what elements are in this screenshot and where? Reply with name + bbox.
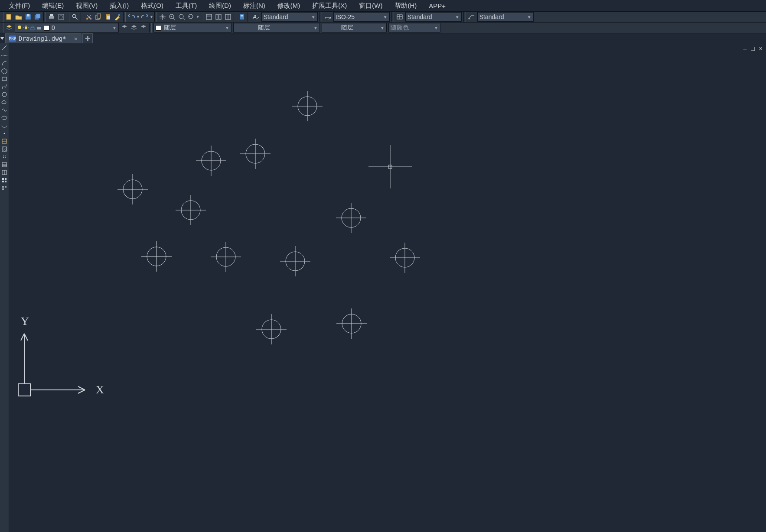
layermgr-icon[interactable] — [5, 24, 13, 32]
toolbar-standard: ▼ ▼ + ▼ A Standard▼ ISO-25▼ Standard▼ St… — [0, 12, 766, 23]
close-tab-icon[interactable]: ✕ — [74, 35, 78, 42]
document-tab[interactable]: MRP Drawing1.dwg* ✕ — [5, 33, 81, 44]
preview-icon[interactable] — [57, 13, 65, 21]
document-tab-label: Drawing1.dwg* — [19, 35, 66, 42]
undo-icon[interactable] — [127, 13, 135, 21]
linetype-preview — [238, 28, 255, 28]
svg-line-45 — [2, 45, 7, 50]
tool-hatch-icon[interactable] — [1, 146, 8, 152]
tool-block-icon[interactable] — [1, 138, 8, 145]
tool-rect-icon[interactable] — [1, 75, 8, 82]
tool-arc-icon[interactable] — [1, 60, 8, 67]
text-style-combo[interactable]: Standard▼ — [261, 12, 318, 22]
menu-bar: 文件(F) 编辑(E) 视图(V) 插入(I) 格式(O) 工具(T) 绘图(D… — [0, 0, 766, 12]
svg-point-55 — [5, 156, 6, 156]
menu-ext[interactable]: 扩展工具(X) — [306, 2, 353, 10]
menu-window[interactable]: 窗口(W) — [353, 2, 388, 10]
svg-rect-53 — [2, 147, 7, 151]
linetype-combo[interactable]: 随层▼ — [233, 23, 320, 32]
cut-icon[interactable] — [85, 13, 93, 21]
tool-table-icon[interactable] — [1, 161, 8, 168]
svg-rect-64 — [5, 178, 7, 180]
calc-icon[interactable] — [238, 13, 246, 21]
redo-dropdown-icon[interactable]: ▼ — [150, 15, 153, 19]
saveall-icon[interactable] — [34, 13, 42, 21]
menu-draw[interactable]: 绘图(D) — [203, 2, 237, 10]
menu-modify[interactable]: 修改(M) — [271, 2, 306, 10]
tool-polygon-icon[interactable] — [1, 68, 8, 75]
tool-point-icon[interactable] — [1, 130, 8, 137]
tool-boundary-icon[interactable] — [1, 153, 8, 160]
svg-rect-2 — [27, 14, 29, 16]
tool-spline-icon[interactable] — [1, 107, 8, 114]
pan-icon[interactable] — [159, 13, 166, 21]
svg-text:A: A — [252, 13, 257, 20]
paste-icon[interactable] — [104, 13, 112, 21]
zoom-rt-icon[interactable]: + — [168, 13, 176, 21]
matchprop-icon[interactable] — [114, 13, 121, 21]
menu-edit[interactable]: 编辑(E) — [36, 2, 70, 10]
menu-format[interactable]: 格式(O) — [135, 2, 169, 10]
plotstyle-combo[interactable]: 随颜色▼ — [388, 23, 440, 32]
layer-state-icon[interactable] — [130, 24, 138, 32]
svg-rect-63 — [2, 178, 4, 180]
color-combo[interactable]: 随层▼ — [153, 23, 231, 32]
svg-point-50 — [4, 133, 5, 134]
svg-rect-67 — [2, 186, 4, 188]
undo-dropdown-icon[interactable]: ▼ — [136, 15, 140, 19]
tool-options-icon[interactable] — [1, 185, 8, 191]
zoom-prev-icon[interactable] — [187, 13, 195, 21]
layer-iso-icon[interactable] — [140, 24, 147, 32]
tool-circle-icon[interactable] — [1, 91, 8, 98]
dimstyle-icon[interactable] — [324, 13, 332, 21]
svg-point-56 — [3, 157, 4, 158]
dim-style-combo[interactable]: ISO-25▼ — [333, 12, 390, 22]
tool-xline-icon[interactable] — [1, 52, 8, 59]
toolpalette-icon[interactable] — [224, 13, 232, 21]
redo-icon[interactable] — [141, 13, 149, 21]
menu-app[interactable]: APP+ — [423, 2, 452, 10]
new-tab-button[interactable]: ✚ — [82, 33, 93, 44]
menu-help[interactable]: 帮助(H) — [388, 2, 423, 10]
layer-combo[interactable]: 0 ▼ — [15, 23, 119, 32]
menu-insert[interactable]: 插入(I) — [104, 2, 135, 10]
properties-icon[interactable] — [205, 13, 213, 21]
zoom-dropdown-icon[interactable]: ▼ — [196, 15, 200, 19]
svg-point-57 — [5, 157, 6, 158]
mleaderstyle-icon[interactable] — [468, 13, 476, 21]
open-icon[interactable] — [15, 13, 23, 21]
svg-rect-7 — [59, 14, 64, 19]
tool-line-icon[interactable] — [1, 44, 8, 51]
layer-name: 0 — [52, 24, 55, 31]
table-style-combo[interactable]: Standard▼ — [405, 12, 462, 22]
find-icon[interactable] — [71, 13, 79, 21]
layer-prev-icon[interactable] — [121, 24, 128, 32]
drawing-canvas[interactable]: – □ × XY — [9, 43, 766, 532]
textstyle-icon[interactable]: A — [252, 13, 260, 21]
copy-icon[interactable] — [95, 13, 102, 21]
tool-region-icon[interactable] — [1, 169, 8, 176]
zoom-win-icon[interactable] — [178, 13, 186, 21]
menu-file[interactable]: 文件(F) — [3, 2, 36, 10]
tablestyle-icon[interactable] — [396, 13, 404, 21]
menu-tools[interactable]: 工具(T) — [169, 2, 203, 10]
print-icon[interactable] — [48, 13, 55, 21]
tool-cloud-icon[interactable] — [1, 99, 8, 106]
lineweight-combo[interactable]: 随层▼ — [322, 23, 387, 32]
new-icon[interactable] — [5, 13, 13, 21]
mleader-style-value: Standard — [479, 13, 504, 20]
svg-rect-44 — [37, 27, 41, 29]
plot-icon — [36, 25, 42, 30]
tablist-dropdown-icon[interactable] — [0, 37, 4, 40]
tool-grid-icon[interactable] — [1, 177, 8, 184]
tool-curve-icon[interactable] — [1, 83, 8, 90]
tool-ellipse-icon[interactable] — [1, 114, 8, 121]
designcenter-icon[interactable] — [215, 13, 222, 21]
mleader-style-combo[interactable]: Standard▼ — [477, 12, 534, 22]
svg-point-8 — [60, 16, 62, 18]
menu-view[interactable]: 视图(V) — [70, 2, 104, 10]
svg-line-19 — [173, 18, 175, 20]
tool-ellipsearc-icon[interactable] — [1, 122, 8, 129]
save-icon[interactable] — [24, 13, 32, 21]
menu-dim[interactable]: 标注(N) — [237, 2, 271, 10]
